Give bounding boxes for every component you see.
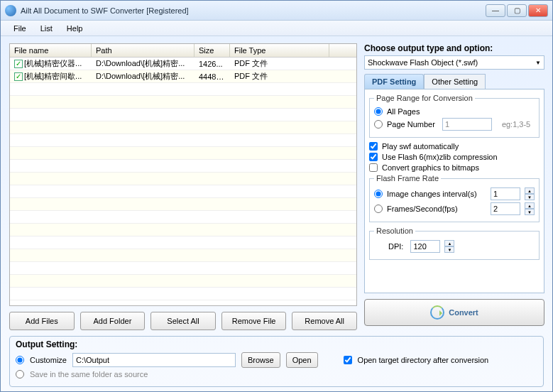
empty-row: [10, 211, 356, 224]
add-folder-button[interactable]: Add Folder: [80, 312, 146, 330]
empty-row: [10, 109, 356, 121]
empty-row: [10, 262, 356, 275]
label-play-swf: Play swf automatically: [382, 142, 459, 151]
spin-down-icon[interactable]: ▼: [525, 194, 535, 200]
dpi-spinner: ▲▼: [444, 240, 454, 253]
label-all-pages: All Pages: [387, 107, 420, 116]
cell-path: D:\Download\[机械]精密...: [92, 58, 195, 70]
menu-help[interactable]: Help: [60, 24, 90, 33]
titlebar: Ailt All Document to SWF Converter [Regi…: [1, 1, 552, 21]
radio-interval[interactable]: [374, 190, 383, 198]
page-range-fieldset: Page Range for Conversion All Pages Page…: [369, 94, 540, 138]
convert-label: Convert: [449, 308, 478, 317]
table-row[interactable]: ✓ [机械]精密间歇... D:\Download\[机械]精密... 4448…: [10, 70, 356, 83]
convert-icon: [430, 305, 444, 320]
col-size[interactable]: Size: [195, 44, 230, 57]
resolution-fieldset: Resolution DPI: 120 ▲▼: [369, 227, 540, 260]
output-customize-row: Customize C:\Output Browse Open Open tar…: [16, 352, 537, 368]
cell-type: PDF 文件: [230, 70, 329, 82]
page-number-input[interactable]: 1: [442, 118, 492, 131]
tab-other-setting[interactable]: Other Setting: [424, 74, 486, 89]
empty-row: [10, 198, 356, 211]
select-all-button[interactable]: Select All: [150, 312, 216, 330]
col-filename[interactable]: File name: [10, 44, 92, 57]
window-controls: — ▢ ✕: [486, 4, 548, 17]
empty-row: [10, 288, 356, 300]
checkbox-play-swf[interactable]: [369, 142, 378, 151]
radio-page-number[interactable]: [374, 120, 383, 129]
spin-up-icon[interactable]: ▲: [525, 187, 535, 194]
label-customize: Customize: [30, 356, 67, 364]
checkbox-bitmaps[interactable]: [369, 163, 378, 172]
opt-fps: Frames/Second(fps) 2 ▲▼: [374, 202, 535, 215]
cell-size: 4448KB: [195, 72, 230, 82]
spin-up-icon[interactable]: ▲: [525, 202, 535, 209]
spin-down-icon[interactable]: ▼: [444, 246, 454, 253]
minimize-button[interactable]: —: [486, 4, 505, 17]
opt-flash6: Use Flash 6(mx)zlib compression: [369, 153, 540, 161]
dpi-input[interactable]: 120: [410, 240, 440, 253]
radio-fps[interactable]: [374, 205, 383, 213]
checkbox-flash6[interactable]: [369, 153, 378, 161]
spin-up-icon[interactable]: ▲: [444, 240, 454, 246]
checkbox-open-target[interactable]: [344, 356, 352, 364]
opt-interval: Image changes interval(s) 1 ▲▼: [374, 187, 535, 200]
maximize-button[interactable]: ▢: [507, 4, 527, 17]
empty-row: [10, 224, 356, 236]
output-type-dropdown[interactable]: Shockwave Flash Object (*.swf) ▼: [364, 55, 544, 70]
menu-file[interactable]: File: [6, 24, 33, 33]
output-samefolder-row: Save in the same folder as source: [16, 370, 537, 379]
radio-customize[interactable]: [16, 356, 24, 364]
tab-content: Page Range for Conversion All Pages Page…: [364, 89, 544, 293]
cell-filename: ✓ [机械]精密仪器...: [10, 58, 92, 70]
fps-input[interactable]: 2: [491, 202, 520, 215]
output-path-input[interactable]: C:\Output: [72, 353, 236, 367]
interval-spinner: ▲▼: [525, 187, 535, 200]
cell-path: D:\Download\[机械]精密...: [92, 70, 195, 82]
opt-page-number: Page Number 1 eg:1,3-5: [374, 118, 535, 131]
opt-dpi: DPI: 120 ▲▼: [374, 240, 535, 253]
radio-all-pages[interactable]: [374, 107, 383, 116]
close-button[interactable]: ✕: [528, 4, 548, 17]
label-dpi: DPI:: [388, 242, 403, 251]
add-files-button[interactable]: Add Files: [9, 312, 75, 330]
right-pane: Choose output type and option: Shockwave…: [364, 43, 544, 330]
convert-button[interactable]: Convert: [364, 299, 544, 326]
checkbox-icon[interactable]: ✓: [14, 72, 23, 81]
cell-filename: ✓ [机械]精密间歇...: [10, 70, 92, 82]
file-table: File name Path Size File Type ✓ [机械]精密仪器…: [9, 43, 357, 306]
label-open-target: Open target directory after conversion: [358, 356, 489, 364]
tab-pdf-setting[interactable]: PDF Setting: [364, 74, 424, 89]
frame-rate-fieldset: Flash Frame Rate Image changes interval(…: [369, 174, 540, 222]
col-path[interactable]: Path: [92, 44, 195, 57]
spin-down-icon[interactable]: ▼: [525, 209, 535, 215]
cell-size: 1426...: [195, 59, 230, 69]
empty-row: [10, 173, 356, 185]
filename-text: [机械]精密仪器...: [24, 58, 82, 69]
page-range-legend: Page Range for Conversion: [374, 94, 475, 102]
remove-all-button[interactable]: Remove All: [292, 312, 357, 330]
table-row[interactable]: ✓ [机械]精密仪器... D:\Download\[机械]精密... 1426…: [10, 58, 356, 70]
browse-button[interactable]: Browse: [241, 352, 280, 368]
label-bitmaps: Convert graphics to bitmaps: [382, 163, 479, 172]
left-pane: File name Path Size File Type ✓ [机械]精密仪器…: [9, 43, 357, 330]
menubar: File List Help: [1, 21, 552, 36]
remove-file-button[interactable]: Remove File: [221, 312, 287, 330]
resolution-legend: Resolution: [374, 227, 415, 235]
radio-same-folder[interactable]: [16, 370, 24, 379]
empty-row: [10, 96, 356, 109]
empty-row: [10, 249, 356, 262]
label-page-number: Page Number: [387, 120, 435, 129]
label-interval: Image changes interval(s): [387, 190, 483, 198]
empty-row: [10, 236, 356, 249]
checkbox-icon[interactable]: ✓: [14, 60, 23, 68]
open-button[interactable]: Open: [286, 352, 318, 368]
cell-type: PDF 文件: [230, 58, 329, 70]
button-row: Add Files Add Folder Select All Remove F…: [9, 312, 357, 330]
dropdown-value: Shockwave Flash Object (*.swf): [368, 58, 478, 67]
app-icon: [5, 5, 16, 16]
label-same-folder: Save in the same folder as source: [30, 370, 148, 379]
col-filetype[interactable]: File Type: [230, 44, 329, 57]
menu-list[interactable]: List: [33, 24, 60, 33]
interval-input[interactable]: 1: [491, 187, 520, 200]
